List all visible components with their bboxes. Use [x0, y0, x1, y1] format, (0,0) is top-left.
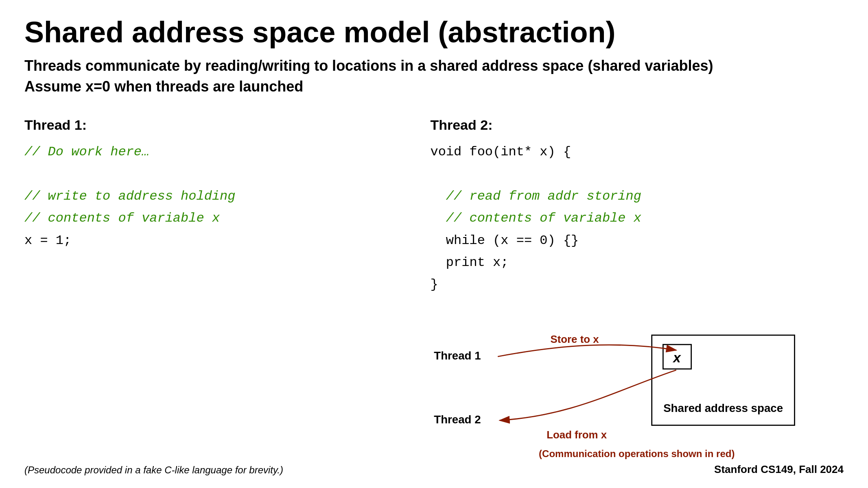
page-title: Shared address space model (abstraction)	[24, 16, 844, 48]
store-label: Store to x	[551, 333, 599, 344]
thread2-code-line4: // contents of variable x	[430, 211, 641, 226]
thread1-code-line3: // write to address holding	[24, 189, 235, 204]
thread2-code-line7: }	[430, 277, 438, 292]
subtitle: Threads communicate by reading/writing t…	[24, 56, 844, 97]
footer-left: (Pseudocode provided in a fake C-like la…	[24, 464, 283, 476]
diagram-area: Thread 1 Thread 2 Store to x Load from x…	[430, 308, 844, 471]
diagram-thread2-label: Thread 2	[434, 413, 481, 426]
thread2-code-line5: while (x == 0) {}	[430, 233, 579, 248]
diagram-thread1-label: Thread 1	[434, 349, 481, 362]
thread1-code: // Do work here… // write to address hol…	[24, 141, 406, 252]
thread2-code: void foo(int* x) { // read from addr sto…	[430, 141, 844, 296]
thread1-label: Thread 1:	[24, 117, 406, 133]
thread2-code-line1: void foo(int* x) {	[430, 144, 571, 159]
thread2-label: Thread 2:	[430, 117, 844, 133]
thread1-code-line5: x = 1;	[24, 233, 71, 248]
left-column: Thread 1: // Do work here… // write to a…	[24, 117, 406, 471]
footer-right: Stanford CS149, Fall 2024	[714, 463, 844, 476]
diagram-svg: Thread 1 Thread 2 Store to x Load from x…	[430, 308, 844, 471]
thread1-code-line1: // Do work here…	[24, 144, 149, 159]
right-column: Thread 2: void foo(int* x) { // read fro…	[430, 117, 844, 471]
x-label: x	[673, 350, 682, 365]
load-arrow	[500, 370, 676, 420]
subtitle-line2: Assume x=0 when threads are launched	[24, 76, 844, 97]
thread1-code-line4: // contents of variable x	[24, 211, 220, 226]
thread2-code-line3: // read from addr storing	[430, 189, 641, 204]
shared-box-label: Shared address space	[664, 402, 783, 414]
comm-note: (Communication operations shown in red)	[539, 448, 735, 459]
load-label: Load from x	[547, 429, 608, 440]
thread2-code-line6: print x;	[430, 255, 508, 270]
subtitle-line1: Threads communicate by reading/writing t…	[24, 56, 844, 76]
content-area: Thread 1: // Do work here… // write to a…	[24, 117, 844, 471]
store-arrow	[498, 345, 677, 357]
